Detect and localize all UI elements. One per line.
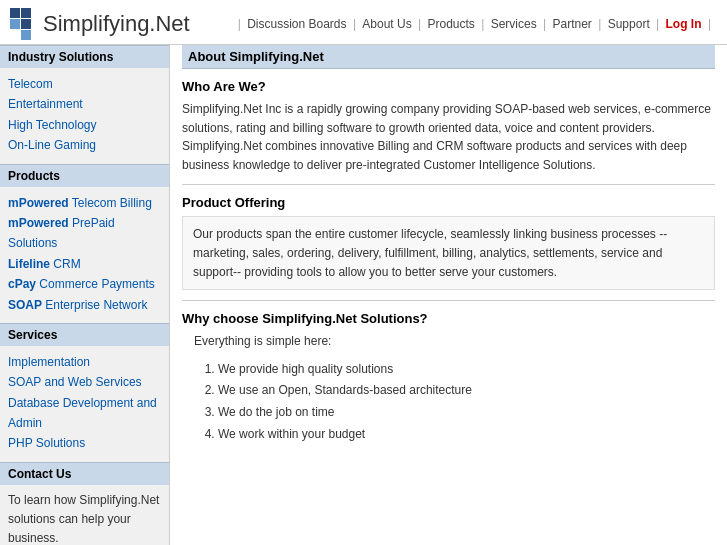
sidebar-header-services: Services bbox=[0, 323, 169, 346]
contact-text: To learn how Simplifying.Net solutions c… bbox=[8, 491, 161, 545]
nav-discussion-boards[interactable]: Discussion Boards bbox=[247, 17, 346, 31]
sidebar-header-industry-solutions: Industry Solutions bbox=[0, 45, 169, 68]
sidebar-link-database-dev[interactable]: Database Development and Admin bbox=[8, 393, 161, 434]
product-offering-box: Our products span the entire customer li… bbox=[182, 216, 715, 290]
nav-products[interactable]: Products bbox=[428, 17, 475, 31]
sidebar-link-high-technology[interactable]: High Technology bbox=[8, 115, 161, 135]
sidebar-link-entertainment[interactable]: Entertainment bbox=[8, 94, 161, 114]
nav-partner[interactable]: Partner bbox=[553, 17, 592, 31]
why-choose-title: Why choose Simplifying.Net Solutions? bbox=[182, 311, 715, 326]
who-are-we-text: Simplifying.Net Inc is a rapidly growing… bbox=[182, 100, 715, 174]
sidebar-link-cpay[interactable]: cPay Commerce Payments bbox=[8, 274, 161, 294]
sidebar-link-telecom[interactable]: Telecom bbox=[8, 74, 161, 94]
list-item-4: We work within your budget bbox=[218, 424, 715, 446]
nav-support[interactable]: Support bbox=[608, 17, 650, 31]
why-choose-intro: Everything is simple here: We provide hi… bbox=[182, 332, 715, 445]
sidebar-header-products: Products bbox=[0, 164, 169, 187]
nav-services[interactable]: Services bbox=[491, 17, 537, 31]
sidebar-link-mpowered-prepaid[interactable]: mPowered PrePaid Solutions bbox=[8, 213, 161, 254]
logo-icon bbox=[10, 8, 31, 40]
contact-description: To learn how Simplifying.Net solutions c… bbox=[8, 493, 159, 545]
sidebar-link-lifeline[interactable]: Lifeline CRM bbox=[8, 254, 161, 274]
main-content: About Simplifying.Net Who Are We? Simpli… bbox=[170, 45, 727, 545]
list-item-2: We use an Open, Standards-based architec… bbox=[218, 380, 715, 402]
product-offering-title: Product Offering bbox=[182, 195, 715, 210]
main-layout: Industry Solutions Telecom Entertainment… bbox=[0, 45, 727, 545]
logo-text: Simplifying.Net bbox=[43, 11, 190, 37]
logo-area: Simplifying.Net bbox=[10, 8, 210, 40]
sidebar-section-services: Implementation SOAP and Web Services Dat… bbox=[0, 346, 169, 462]
why-choose-list: We provide high quality solutions We use… bbox=[218, 359, 715, 445]
header: Simplifying.Net | Discussion Boards | Ab… bbox=[0, 0, 727, 45]
product-offering-text: Our products span the entire customer li… bbox=[193, 225, 704, 281]
sidebar-link-soap-enterprise[interactable]: SOAP Enterprise Network bbox=[8, 295, 161, 315]
sidebar-link-mpowered-telecom[interactable]: mPowered Telecom Billing bbox=[8, 193, 161, 213]
nav-login[interactable]: Log In bbox=[666, 17, 702, 31]
list-item-1: We provide high quality solutions bbox=[218, 359, 715, 381]
sidebar: Industry Solutions Telecom Entertainment… bbox=[0, 45, 170, 545]
divider-1 bbox=[182, 184, 715, 185]
why-choose-intro-text: Everything is simple here: bbox=[194, 332, 715, 351]
sidebar-link-php[interactable]: PHP Solutions bbox=[8, 433, 161, 453]
nav-about-us[interactable]: About Us bbox=[362, 17, 411, 31]
top-nav: | Discussion Boards | About Us | Product… bbox=[210, 17, 717, 31]
divider-2 bbox=[182, 300, 715, 301]
sidebar-section-contact: To learn how Simplifying.Net solutions c… bbox=[0, 485, 169, 545]
sidebar-header-contact: Contact Us bbox=[0, 462, 169, 485]
sidebar-section-products: mPowered Telecom Billing mPowered PrePai… bbox=[0, 187, 169, 323]
sidebar-link-implementation[interactable]: Implementation bbox=[8, 352, 161, 372]
list-item-3: We do the job on time bbox=[218, 402, 715, 424]
sidebar-link-soap-web[interactable]: SOAP and Web Services bbox=[8, 372, 161, 392]
sidebar-link-online-gaming[interactable]: On-Line Gaming bbox=[8, 135, 161, 155]
content-header: About Simplifying.Net bbox=[182, 45, 715, 69]
who-are-we-title: Who Are We? bbox=[182, 79, 715, 94]
sidebar-section-industry: Telecom Entertainment High Technology On… bbox=[0, 68, 169, 164]
